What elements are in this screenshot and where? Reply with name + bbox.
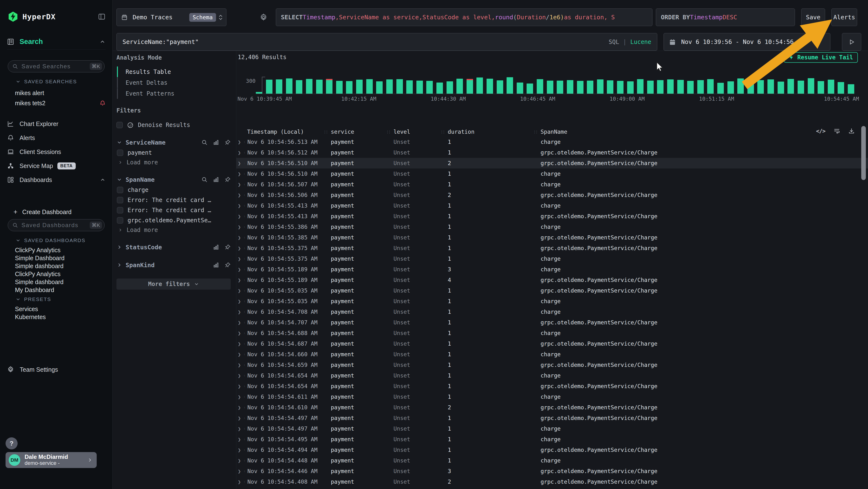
- histogram-bar[interactable]: [386, 79, 393, 94]
- table-row[interactable]: ❯ Nov 6 10:54:54.654 AM payment Unset 1 …: [236, 370, 868, 381]
- collapse-sidebar-icon[interactable]: [98, 13, 105, 21]
- order-by-input[interactable]: ORDER BY Timestamp DESC: [656, 8, 795, 26]
- histogram-bar[interactable]: [256, 92, 262, 94]
- histogram-bar[interactable]: [406, 80, 413, 94]
- histogram-bar[interactable]: [747, 78, 754, 94]
- histogram-bar[interactable]: [376, 81, 383, 94]
- facet-servicename[interactable]: ServiceName: [117, 137, 231, 148]
- drag-handle-icon[interactable]: ⸬: [441, 130, 444, 134]
- histogram-bar[interactable]: [276, 79, 282, 94]
- histogram-bar[interactable]: [697, 80, 704, 94]
- denoise-results-toggle[interactable]: Denoise Results: [117, 120, 231, 130]
- sidebar-item-alerts[interactable]: Alerts: [0, 134, 112, 142]
- facet-search-icon[interactable]: [201, 176, 208, 183]
- saved-searches-input[interactable]: Saved Searches ⌘K: [8, 60, 105, 73]
- help-button[interactable]: ?: [5, 437, 18, 450]
- facet-pin-icon[interactable]: [224, 262, 231, 268]
- histogram-bar[interactable]: [436, 83, 443, 94]
- histogram-bar[interactable]: [627, 81, 633, 94]
- table-row[interactable]: ❯ Nov 6 10:54:55.385 AM payment Unset 1 …: [236, 232, 868, 243]
- facet-checkbox[interactable]: [117, 150, 123, 156]
- facet-value-row[interactable]: payment: [117, 148, 231, 158]
- histogram-bar[interactable]: [446, 81, 453, 94]
- table-row[interactable]: ❯ Nov 6 10:54:55.413 AM payment Unset 1 …: [236, 211, 868, 222]
- facet-chart-icon[interactable]: [213, 139, 219, 146]
- expand-row-icon[interactable]: ❯: [236, 160, 247, 166]
- expand-row-icon[interactable]: ❯: [236, 330, 247, 336]
- expand-row-icon[interactable]: ❯: [236, 458, 247, 464]
- dashboard-item[interactable]: Simple dashboard: [0, 262, 112, 270]
- expand-row-icon[interactable]: ❯: [236, 245, 247, 251]
- table-row[interactable]: ❯ Nov 6 10:54:55.386 AM payment Unset 1 …: [236, 222, 868, 232]
- expand-row-icon[interactable]: ❯: [236, 468, 247, 474]
- table-row[interactable]: ❯ Nov 6 10:54:56.512 AM payment Unset 1 …: [236, 147, 868, 158]
- create-dashboard-button[interactable]: + Create Dashboard: [0, 208, 112, 216]
- expand-row-icon[interactable]: ❯: [236, 447, 247, 453]
- histogram-bar[interactable]: [366, 79, 373, 94]
- col-spanname[interactable]: ⸬SpanName: [540, 128, 868, 135]
- histogram-bar[interactable]: [306, 79, 312, 94]
- table-row[interactable]: ❯ Nov 6 10:54:54.659 AM payment Unset 1 …: [236, 359, 868, 370]
- expand-row-icon[interactable]: ❯: [236, 224, 247, 230]
- denoise-checkbox[interactable]: [117, 122, 123, 128]
- histogram-bar[interactable]: [787, 79, 794, 94]
- drag-handle-icon[interactable]: ⸬: [534, 130, 537, 134]
- col-level[interactable]: ⸬level: [394, 128, 448, 135]
- expand-row-icon[interactable]: ❯: [236, 277, 247, 283]
- histogram-bar[interactable]: [346, 81, 352, 94]
- histogram-bar[interactable]: [316, 80, 322, 94]
- table-row[interactable]: ❯ Nov 6 10:54:56.513 AM payment Unset 1 …: [236, 137, 868, 147]
- expand-row-icon[interactable]: ❯: [236, 415, 247, 421]
- saved-dashboards-group[interactable]: SAVED DASHBOARDS: [16, 237, 112, 243]
- facet-statuscode[interactable]: StatusCode: [117, 242, 231, 253]
- dashboard-item[interactable]: My Dashboard: [0, 286, 112, 294]
- table-row[interactable]: ❯ Nov 6 10:54:55.035 AM payment Unset 1 …: [236, 296, 868, 307]
- expand-row-icon[interactable]: ❯: [236, 383, 247, 389]
- dashboard-item[interactable]: Simple dashboard: [0, 278, 112, 286]
- histogram-bar[interactable]: [587, 81, 593, 94]
- histogram-bar[interactable]: [517, 83, 523, 94]
- table-row[interactable]: ❯ Nov 6 10:54:54.408 AM payment Unset 2 …: [236, 477, 868, 487]
- histogram-bar[interactable]: [506, 77, 513, 94]
- expand-row-icon[interactable]: ❯: [236, 203, 247, 209]
- histogram-bar[interactable]: [487, 79, 493, 94]
- histogram-bar[interactable]: [607, 80, 613, 94]
- sql-columns-input[interactable]: SELECT Timestamp, ServiceName as service…: [276, 8, 652, 26]
- facet-pin-icon[interactable]: [224, 244, 231, 250]
- facet-chart-icon[interactable]: [213, 176, 219, 183]
- analysis-mode-option[interactable]: Event Patterns: [117, 88, 231, 99]
- dashboard-item[interactable]: ClickPy Analytics: [0, 270, 112, 278]
- table-row[interactable]: ❯ Nov 6 10:54:54.688 AM payment Unset 1 …: [236, 328, 868, 338]
- expand-row-icon[interactable]: ❯: [236, 256, 247, 262]
- expand-row-icon[interactable]: ❯: [236, 139, 247, 145]
- histogram-bar[interactable]: [617, 81, 623, 94]
- results-histogram[interactable]: [256, 77, 854, 94]
- nav-search[interactable]: Search: [7, 38, 105, 50]
- histogram-bar[interactable]: [416, 81, 423, 94]
- facet-pin-icon[interactable]: [224, 176, 231, 183]
- source-select[interactable]: Demo Traces Schema: [117, 8, 226, 26]
- histogram-bar[interactable]: [687, 81, 694, 94]
- table-row[interactable]: ❯ Nov 6 10:54:54.495 AM payment Unset 1 …: [236, 434, 868, 444]
- alerts-button[interactable]: Alerts: [831, 8, 857, 26]
- histogram-bar[interactable]: [848, 84, 854, 94]
- table-row[interactable]: ❯ Nov 6 10:54:54.687 AM payment Unset 1 …: [236, 338, 868, 349]
- expand-row-icon[interactable]: ❯: [236, 394, 247, 400]
- facet-checkbox[interactable]: [117, 207, 123, 213]
- expand-row-icon[interactable]: ❯: [236, 320, 247, 325]
- table-row[interactable]: ❯ Nov 6 10:54:55.375 AM payment Unset 1 …: [236, 243, 868, 253]
- saved-dashboards-input[interactable]: Saved Dashboards ⌘K: [8, 219, 105, 231]
- drag-handle-icon[interactable]: ⸬: [387, 130, 390, 134]
- source-settings-gear-icon[interactable]: [259, 13, 268, 22]
- saved-search-item[interactable]: mikes alert: [0, 88, 112, 98]
- histogram-bar[interactable]: [597, 79, 603, 94]
- analysis-mode-option[interactable]: Event Deltas: [117, 77, 231, 88]
- expand-row-icon[interactable]: ❯: [236, 266, 247, 272]
- expand-row-icon[interactable]: ❯: [236, 298, 247, 304]
- facet-checkbox[interactable]: [117, 217, 123, 224]
- servicename-load-more[interactable]: Load more: [117, 158, 231, 167]
- sidebar-item-team-settings[interactable]: Team Settings: [0, 366, 112, 373]
- facet-search-icon[interactable]: [201, 139, 208, 146]
- expand-row-icon[interactable]: ❯: [236, 341, 247, 347]
- sidebar-item-dashboards[interactable]: Dashboards: [0, 176, 112, 184]
